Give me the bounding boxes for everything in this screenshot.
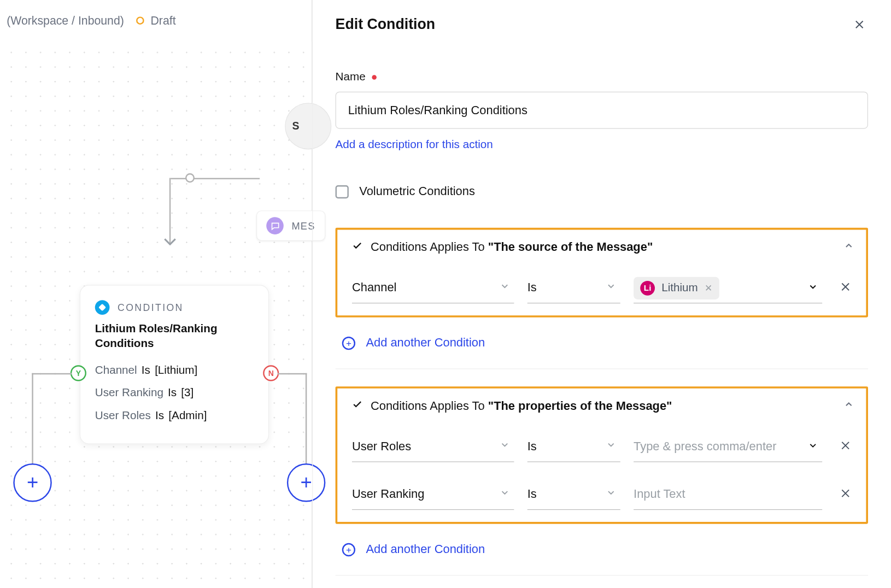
value-input[interactable]: Input Text [634,479,822,510]
canvas-area: (Workspace / Inbound) Draft S MES [0,0,312,588]
chevron-down-icon [606,487,616,502]
add-condition-button[interactable]: + Add another Condition [342,543,868,557]
operator-select[interactable]: Is [527,273,620,303]
yes-badge[interactable]: Y [71,365,86,381]
chip-remove-icon[interactable]: ✕ [705,283,713,293]
connector-line [32,373,33,465]
divider [336,575,868,575]
volumetric-checkbox-row[interactable]: Volumetric Conditions [336,185,868,199]
condition-title: Lithium Roles/Ranking Conditions [95,321,254,352]
chevron-up-icon[interactable] [843,399,854,413]
check-icon [352,399,362,413]
condition-group-source: Conditions Applies To "The source of the… [336,228,868,317]
condition-icon [95,300,110,315]
connector-line [32,373,72,374]
connector-line [171,178,260,179]
remove-row-button[interactable] [840,487,852,502]
plus-circle-icon: + [342,543,355,556]
edit-condition-panel: Edit Condition Name Add a description fo… [312,0,890,588]
value-input[interactable]: Type & press comma/enter [634,432,822,462]
flow-canvas[interactable]: S MES CONDITION [0,41,312,588]
add-condition-button[interactable]: + Add another Condition [342,336,868,350]
field-select[interactable]: User Ranking [352,479,514,510]
condition-row: User Roles Is [Admin] [95,409,254,422]
checkbox-icon[interactable] [336,185,349,198]
chevron-down-icon [807,440,818,453]
value-input[interactable]: Li Lithium ✕ [634,273,822,303]
value-placeholder: Input Text [634,487,685,502]
condition-row: User Ranking Is Input Text [352,479,852,510]
arrow-down-icon [163,238,177,247]
chevron-up-icon[interactable] [843,240,854,255]
connector-line [169,178,171,243]
chevron-down-icon [606,439,616,454]
chevron-down-icon [606,281,616,295]
remove-row-button[interactable] [840,439,852,454]
connector-join-dot [185,173,195,183]
condition-group-properties: Conditions Applies To "The properties of… [336,386,868,524]
group-header[interactable]: Conditions Applies To "The source of the… [352,240,852,255]
chevron-down-icon [500,487,510,502]
status-badge: Draft [136,14,176,28]
connector-line [278,373,307,374]
operator-select[interactable]: Is [527,479,620,510]
chevron-down-icon [807,281,818,295]
condition-type-label: CONDITION [118,302,184,313]
no-badge[interactable]: N [263,365,279,381]
lithium-icon: Li [640,280,655,295]
close-button[interactable] [851,16,868,33]
topbar: (Workspace / Inbound) Draft [0,0,312,41]
chip-label: Lithium [661,281,698,295]
breadcrumb[interactable]: (Workspace / Inbound) [7,14,124,28]
value-placeholder: Type & press comma/enter [634,439,776,454]
panel-title: Edit Condition [336,16,436,33]
close-icon [853,19,865,31]
status-label: Draft [150,14,175,28]
field-select[interactable]: User Roles [352,432,514,462]
svg-rect-0 [99,304,105,310]
add-node-button[interactable]: + [13,463,51,502]
status-dot-icon [136,16,144,25]
condition-card[interactable]: CONDITION Lithium Roles/Ranking Conditio… [80,285,269,444]
condition-row: Channel Is [Lithium] [95,364,254,377]
name-field-label: Name [336,70,868,84]
group-header[interactable]: Conditions Applies To "The properties of… [352,399,852,413]
field-select[interactable]: Channel [352,273,514,303]
remove-row-button[interactable] [840,281,852,296]
check-icon [352,240,362,255]
required-dot-icon [372,75,377,80]
divider [336,368,868,369]
chevron-down-icon [500,281,510,295]
condition-row: User Roles Is Type & press comma/enter [352,432,852,462]
condition-row: User Ranking Is [3] [95,386,254,399]
chevron-down-icon [500,439,510,454]
message-icon [266,217,284,234]
name-input[interactable] [336,92,868,129]
operator-select[interactable]: Is [527,432,620,462]
connector-line [306,373,307,465]
stage-node-label: S [292,120,300,132]
add-description-link[interactable]: Add a description for this action [336,138,493,151]
plus-circle-icon: + [342,336,355,349]
condition-row: Channel Is Li Lithium [352,273,852,303]
value-chip[interactable]: Li Lithium ✕ [634,277,719,299]
volumetric-label: Volumetric Conditions [359,185,475,199]
